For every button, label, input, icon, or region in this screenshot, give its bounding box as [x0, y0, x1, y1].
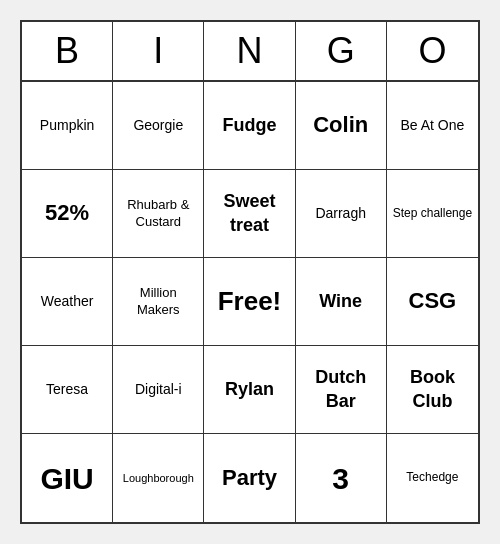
cell-11: Million Makers — [113, 258, 204, 346]
cell-7: Sweet treat — [204, 170, 295, 258]
cell-2: Fudge — [204, 82, 295, 170]
cell-3: Colin — [296, 82, 387, 170]
cell-24: Techedge — [387, 434, 478, 522]
bingo-card: B I N G O Pumpkin Georgie Fudge Colin Be… — [20, 20, 480, 524]
cell-12: Free! — [204, 258, 295, 346]
cell-14: CSG — [387, 258, 478, 346]
cell-13: Wine — [296, 258, 387, 346]
cell-1: Georgie — [113, 82, 204, 170]
cell-4: Be At One — [387, 82, 478, 170]
cell-16: Digital-i — [113, 346, 204, 434]
bingo-grid: Pumpkin Georgie Fudge Colin Be At One 52… — [22, 82, 478, 522]
cell-6: Rhubarb & Custard — [113, 170, 204, 258]
cell-22: Party — [204, 434, 295, 522]
header-o: O — [387, 22, 478, 80]
cell-20: GIU — [22, 434, 113, 522]
cell-23: 3 — [296, 434, 387, 522]
bingo-header: B I N G O — [22, 22, 478, 82]
header-b: B — [22, 22, 113, 80]
cell-9: Step challenge — [387, 170, 478, 258]
cell-18: Dutch Bar — [296, 346, 387, 434]
cell-15: Teresa — [22, 346, 113, 434]
cell-10: Weather — [22, 258, 113, 346]
cell-8: Darragh — [296, 170, 387, 258]
header-n: N — [204, 22, 295, 80]
cell-0: Pumpkin — [22, 82, 113, 170]
cell-21: Loughborough — [113, 434, 204, 522]
header-g: G — [296, 22, 387, 80]
header-i: I — [113, 22, 204, 80]
cell-19: Book Club — [387, 346, 478, 434]
cell-17: Rylan — [204, 346, 295, 434]
cell-5: 52% — [22, 170, 113, 258]
